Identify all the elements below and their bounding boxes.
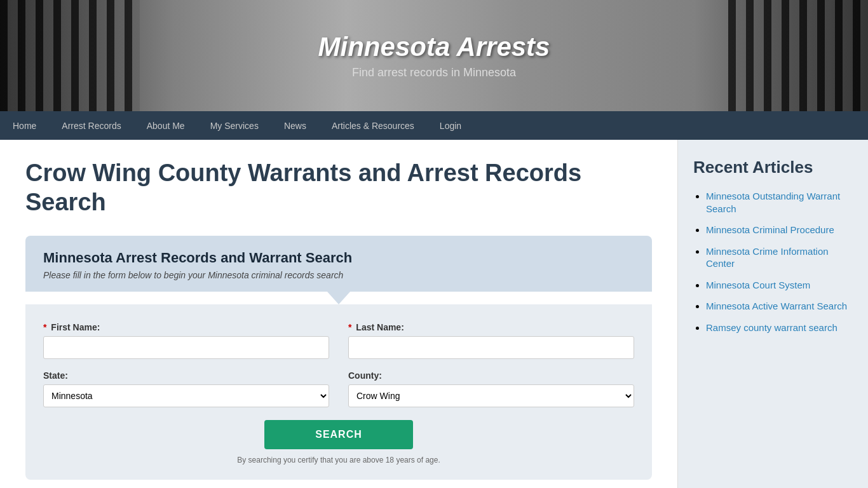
page-title: Crow Wing County Warrants and Arrest Rec… — [25, 159, 652, 217]
article-link-3[interactable]: Minnesota Crime Information Center — [706, 246, 829, 269]
last-name-group: * Last Name: — [348, 322, 634, 359]
site-title: Minnesota Arrests — [318, 32, 550, 62]
main-content: Crow Wing County Warrants and Arrest Rec… — [0, 140, 677, 488]
list-item: Minnesota Crime Information Center — [706, 245, 853, 270]
article-link-1[interactable]: Minnesota Outstanding Warrant Search — [706, 191, 840, 214]
search-form-container: * First Name: * Last Name: State: — [25, 304, 652, 480]
site-subtitle: Find arrest records in Minnesota — [318, 66, 550, 79]
article-link-2[interactable]: Minnesota Criminal Procedure — [706, 224, 834, 235]
nav-item-arrest-records[interactable]: Arrest Records — [49, 111, 133, 140]
nav-item-login[interactable]: Login — [427, 111, 474, 140]
sidebar: Recent Articles Minnesota Outstanding Wa… — [677, 140, 868, 488]
form-note: By searching you certify that you are ab… — [43, 456, 634, 464]
name-row: * First Name: * Last Name: — [43, 322, 634, 359]
first-name-required: * — [43, 322, 46, 332]
site-header: Minnesota Arrests Find arrest records in… — [0, 0, 868, 111]
nav-item-services[interactable]: My Services — [198, 111, 271, 140]
first-name-label: * First Name: — [43, 322, 329, 332]
first-name-input[interactable] — [43, 336, 329, 359]
nav-item-news[interactable]: News — [271, 111, 319, 140]
county-label: County: — [348, 370, 634, 381]
list-item: Minnesota Active Warrant Search — [706, 300, 853, 313]
search-button[interactable]: SEARCH — [264, 420, 413, 449]
state-select[interactable]: Minnesota — [43, 384, 329, 407]
nav-item-home[interactable]: Home — [0, 111, 49, 140]
sidebar-heading: Recent Articles — [693, 158, 853, 177]
search-box-heading: Minnesota Arrest Records and Warrant Sea… — [43, 250, 634, 266]
article-link-5[interactable]: Minnesota Active Warrant Search — [706, 301, 847, 311]
article-link-4[interactable]: Minnesota Court System — [706, 280, 810, 290]
search-box-subheading: Please fill in the form below to begin y… — [43, 270, 634, 280]
arrow-down-decoration — [327, 292, 350, 304]
nav-item-articles[interactable]: Articles & Resources — [319, 111, 427, 140]
recent-articles-list: Minnesota Outstanding Warrant Search Min… — [693, 190, 853, 334]
last-name-input[interactable] — [348, 336, 634, 359]
header-bars-left — [0, 0, 140, 111]
search-btn-wrapper: SEARCH — [43, 420, 634, 449]
county-select[interactable]: Crow Wing — [348, 384, 634, 407]
county-group: County: Crow Wing — [348, 370, 634, 407]
main-nav: Home Arrest Records About Me My Services… — [0, 111, 868, 140]
last-name-label: * Last Name: — [348, 322, 634, 332]
header-content: Minnesota Arrests Find arrest records in… — [318, 32, 550, 79]
list-item: Minnesota Outstanding Warrant Search — [706, 190, 853, 215]
first-name-group: * First Name: — [43, 322, 329, 359]
header-bars-right — [728, 0, 868, 111]
list-item: Minnesota Criminal Procedure — [706, 224, 853, 236]
state-label: State: — [43, 370, 329, 381]
location-row: State: Minnesota County: Crow Wing — [43, 370, 634, 407]
content-wrapper: Crow Wing County Warrants and Arrest Rec… — [0, 140, 868, 488]
article-link-6[interactable]: Ramsey county warrant search — [706, 322, 837, 333]
list-item: Ramsey county warrant search — [706, 322, 853, 334]
last-name-required: * — [348, 322, 351, 332]
nav-item-about-me[interactable]: About Me — [134, 111, 198, 140]
state-group: State: Minnesota — [43, 370, 329, 407]
search-box-header: Minnesota Arrest Records and Warrant Sea… — [25, 236, 652, 292]
list-item: Minnesota Court System — [706, 279, 853, 292]
